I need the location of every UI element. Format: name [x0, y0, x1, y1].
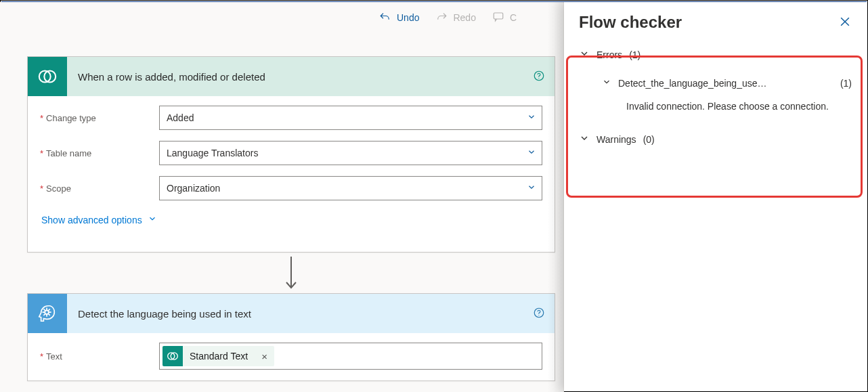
- table-name-select[interactable]: Language Translators: [159, 141, 542, 165]
- scope-label: *Scope: [40, 183, 159, 194]
- trigger-card[interactable]: When a row is added, modified or deleted…: [27, 56, 555, 253]
- undo-button[interactable]: Undo: [379, 11, 419, 25]
- table-name-value: Language Translators: [167, 148, 258, 158]
- change-type-select[interactable]: Added: [159, 106, 542, 130]
- undo-icon: [379, 11, 391, 25]
- help-icon[interactable]: [523, 70, 555, 84]
- table-name-label: *Table name: [40, 148, 159, 158]
- errors-section-header[interactable]: Errors (1): [564, 39, 867, 70]
- chevron-down-icon: [527, 112, 536, 124]
- cognitive-services-icon: [28, 294, 67, 333]
- change-type-label: *Change type: [40, 113, 159, 123]
- chevron-down-icon: [527, 183, 536, 194]
- comments-label: Co: [510, 12, 517, 23]
- undo-label: Undo: [397, 12, 419, 23]
- scope-value: Organization: [167, 183, 220, 194]
- svg-point-4: [538, 78, 539, 79]
- designer-toolbar: Undo Redo Co: [0, 2, 563, 33]
- trigger-header[interactable]: When a row is added, modified or deleted: [28, 57, 555, 96]
- comments-button[interactable]: Co: [492, 11, 517, 25]
- chevron-down-icon: [527, 148, 536, 159]
- errors-count: (1): [629, 49, 641, 60]
- connector-arrow: [283, 255, 299, 292]
- token-remove[interactable]: ×: [255, 351, 274, 362]
- close-button[interactable]: [838, 15, 852, 30]
- warnings-section-header[interactable]: Warnings (0): [564, 123, 867, 155]
- action-form: *Text Standard Text ×: [28, 333, 555, 385]
- warnings-count: (0): [643, 134, 655, 145]
- error-message: Invalid connection. Please choose a conn…: [564, 94, 867, 123]
- chevron-down-icon: [602, 77, 611, 89]
- comment-icon: [492, 11, 504, 25]
- svg-rect-0: [494, 13, 503, 19]
- scope-select[interactable]: Organization: [159, 176, 542, 200]
- token-label: Standard Text: [183, 351, 255, 362]
- redo-label: Redo: [453, 12, 475, 23]
- warnings-label: Warnings: [596, 134, 636, 145]
- error-item-name: Detect_the_language_being_use…: [618, 78, 833, 89]
- change-type-value: Added: [167, 112, 194, 123]
- action-title: Detect the language being used in text: [67, 308, 523, 320]
- flow-designer-canvas: Undo Redo Co When a row is added, modifi…: [0, 2, 564, 392]
- trigger-title: When a row is added, modified or deleted: [67, 71, 523, 83]
- action-header[interactable]: Detect the language being used in text: [28, 294, 555, 333]
- redo-button[interactable]: Redo: [435, 11, 475, 25]
- chevron-down-icon: [579, 48, 590, 61]
- text-input[interactable]: Standard Text ×: [159, 343, 542, 370]
- error-item-header[interactable]: Detect_the_language_being_use… (1): [564, 70, 867, 94]
- svg-point-7: [538, 315, 539, 315]
- errors-label: Errors: [596, 49, 622, 60]
- help-icon[interactable]: [523, 307, 555, 321]
- flow-checker-panel: Flow checker Errors (1) Detect_the_langu…: [564, 2, 867, 391]
- text-label: *Text: [40, 351, 159, 362]
- dataverse-icon: [28, 57, 67, 96]
- show-advanced-toggle[interactable]: Show advanced options: [41, 214, 157, 225]
- chevron-down-icon: [579, 133, 590, 146]
- redo-icon: [435, 11, 448, 25]
- trigger-form: *Change type Added *Table name Language …: [28, 96, 555, 230]
- dynamic-content-token[interactable]: Standard Text ×: [162, 346, 274, 366]
- panel-title: Flow checker: [579, 13, 682, 32]
- error-item-count: (1): [840, 78, 852, 89]
- action-card[interactable]: Detect the language being used in text *…: [27, 293, 555, 381]
- dataverse-icon: [162, 346, 183, 366]
- chevron-down-icon: [148, 214, 157, 225]
